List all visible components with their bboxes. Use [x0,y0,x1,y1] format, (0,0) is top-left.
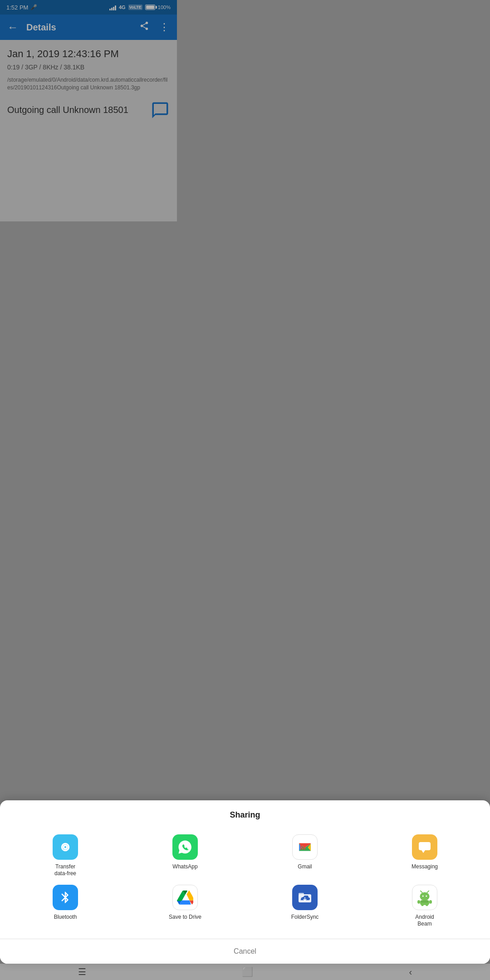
modal-overlay [0,0,177,354]
